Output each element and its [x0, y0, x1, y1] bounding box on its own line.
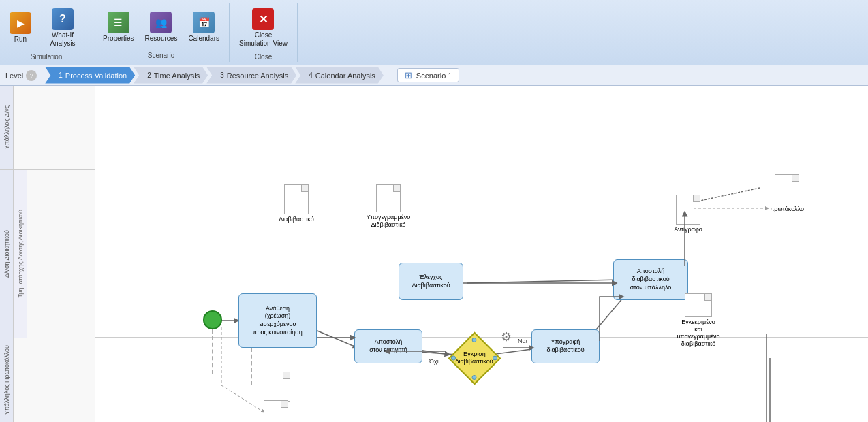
node-enem-eisex[interactable]: ΕνημερωτικόΕισερχόμενο: [249, 400, 303, 422]
level-badge[interactable]: ?: [26, 70, 37, 81]
lane3-inner: [14, 338, 95, 422]
step-1-label: Process Validation: [65, 71, 127, 80]
step-2-label: Time Analysis: [154, 71, 200, 80]
dashed-vert: [212, 329, 213, 374]
node-apostoli-diabib-label: Αποστολήδιαβιβαστικούστον υπάλληλο: [630, 267, 672, 291]
node-apostoli-eisig[interactable]: Αποστολήστον εισηγητή: [354, 329, 422, 363]
node-egkekrimeno-label: Εγκεκριμένο καιυπογεγραμμένοδιαβιβαστικό: [677, 319, 719, 348]
ribbon-group-close: CloseSimulation View Close: [230, 3, 298, 62]
scenario-group-label: Scenario: [148, 49, 174, 59]
node-apostoli-diabib[interactable]: Αποστολήδιαβιβαστικούστον υπάλληλο: [613, 259, 688, 300]
node-ypografh-label: Υπογραφήδιαβιβαστικού: [546, 338, 584, 354]
properties-button[interactable]: Properties: [99, 9, 138, 46]
node-egkekrimeno[interactable]: Εγκεκριμένο καιυπογεγραμμένοδιαβιβαστικό: [678, 293, 719, 348]
swimlane-labels: Υπάλληλος Δ/νς Δ/νση Διοικητικού Τμηματά…: [0, 86, 95, 422]
lane2-outer-text: Δ/νση Διοικητικού: [3, 230, 10, 278]
node-protokollo[interactable]: πρωτόκολλο: [760, 174, 814, 215]
calendars-button[interactable]: Calendars: [184, 9, 223, 46]
level-indicator: Level ?: [5, 70, 37, 81]
simulation-group-label: Simulation: [31, 50, 63, 61]
lane3-outer: Υπάλληλος Πρωτοκόλλου: [0, 338, 14, 422]
properties-label: Properties: [103, 35, 134, 43]
lane2-spacer: [27, 170, 95, 338]
scenario-label: Scenario 1: [416, 71, 452, 80]
whatif-button[interactable]: What-If Analysis: [38, 5, 87, 50]
close-group-label: Close: [255, 50, 273, 61]
node-diabibastiko[interactable]: Διαβιβαστικό: [279, 184, 313, 225]
node-anathesi[interactable]: Ανάθεση(χρέωση)εισερχόμενουπρος κοινοποί…: [238, 293, 317, 348]
node-apostoli-eisig-label: Αποστολήστον εισηγητή: [369, 338, 407, 354]
resources-label: Resources: [145, 35, 178, 43]
diamond-circle-bottom: [472, 375, 477, 380]
step-3-num: 3: [220, 71, 224, 79]
step-2-num: 2: [147, 71, 151, 79]
close-sim-label: CloseSimulation View: [239, 31, 288, 48]
node-ypografh[interactable]: Υπογραφήδιαβιβαστικού: [531, 329, 600, 363]
ribbon: Run What-If Analysis Simulation Properti…: [0, 0, 868, 65]
node-diamond-label: Έγκρισηδιαβιβαστικού: [455, 351, 493, 366]
lane2-inner-text: Τμηματάρχης Δ/νσης Διοικητικού: [17, 210, 24, 298]
level-text: Level: [5, 71, 23, 80]
run-icon: [10, 12, 31, 34]
dashed-vert2: [251, 348, 252, 385]
step-1[interactable]: 1 Process Validation: [45, 67, 135, 84]
step-2[interactable]: 2 Time Analysis: [135, 67, 208, 84]
ribbon-group-scenario: Properties Resources Calendars Scenario: [93, 3, 230, 62]
swimlane-1-area: [95, 86, 868, 167]
close-sim-icon: [252, 8, 274, 30]
lane1-inner: [14, 86, 95, 169]
node-ypogegramm-label: ΥπογεγραμμένοΔιδβιβαστικό: [367, 214, 410, 229]
oxi-label: Όχι: [429, 358, 439, 365]
run-label: Run: [14, 35, 27, 44]
whatif-label: What-If Analysis: [42, 31, 83, 48]
step-4-label: Calendar Analysis: [315, 71, 375, 80]
lane3-outer-text: Υπάλληλος Πρωτοκόλλου: [3, 345, 10, 415]
resources-icon: [150, 12, 172, 33]
breadcrumb-bar: Level ? 1 Process Validation 2 Time Anal…: [0, 65, 868, 86]
step-4-inner: 4 Calendar Analysis: [295, 67, 384, 84]
node-diamond-wrap[interactable]: Έγκρισηδιαβιβαστικού: [447, 331, 501, 385]
canvas-scroll[interactable]: Διαβιβαστικό ΥπογεγραμμένοΔιδβιβαστικό π…: [95, 86, 868, 422]
scenario-icon: ⊞: [405, 70, 412, 80]
lane1-outer: Υπάλληλος Δ/νς: [0, 86, 14, 169]
lane1-header: Υπάλληλος Δ/νς: [0, 86, 95, 170]
diamond-circle-top: [472, 338, 477, 342]
node-anathesi-label: Ανάθεση(χρέωση)εισερχόμενουπρος κοινοποί…: [253, 305, 303, 337]
lane2-outer: Δ/νση Διοικητικού: [0, 170, 14, 338]
canvas-area: Υπάλληλος Δ/νς Δ/νση Διοικητικού Τμηματά…: [0, 86, 868, 422]
node-elegxos-label: ΈλεγχοςΔιαβιβαστικού: [412, 274, 450, 289]
node-diabibastiko-label: Διαβιβαστικό: [279, 216, 313, 223]
run-button[interactable]: Run: [5, 10, 35, 46]
lane2-inner: Τμηματάρχης Δ/νσης Διοικητικού: [14, 170, 27, 338]
close-sim-button[interactable]: CloseSimulation View: [235, 5, 292, 50]
gear-icon: ⚙: [501, 329, 512, 344]
step-3[interactable]: 3 Resource Analysis: [208, 67, 296, 84]
lane3-header: Υπάλληλος Πρωτοκόλλου: [0, 338, 95, 422]
step-3-inner: 3 Resource Analysis: [206, 67, 296, 84]
calendars-icon: [193, 12, 215, 33]
ribbon-group-simulation: Run What-If Analysis Simulation: [0, 3, 93, 62]
canvas-inner: Διαβιβαστικό ΥπογεγραμμένοΔιδβιβαστικό π…: [95, 86, 868, 422]
step-1-num: 1: [59, 71, 63, 79]
node-antigrafo-label: Αντίγραφο: [674, 226, 702, 233]
step-1-inner: 1 Process Validation: [45, 67, 135, 84]
properties-icon: [108, 12, 129, 33]
node-start[interactable]: [203, 310, 222, 329]
lane1-outer-text: Υπάλληλος Δ/νς: [3, 106, 10, 149]
node-protokollo-label: πρωτόκολλο: [770, 206, 804, 212]
node-elegxos[interactable]: ΈλεγχοςΔιαβιβαστικού: [399, 263, 463, 300]
step-3-label: Resource Analysis: [227, 71, 289, 80]
nai-label: Ναι: [518, 338, 527, 344]
whatif-icon: [52, 8, 74, 30]
node-antigrafo[interactable]: Αντίγραφο: [668, 195, 709, 236]
calendars-label: Calendars: [188, 35, 219, 43]
step-4[interactable]: 4 Calendar Analysis: [296, 67, 384, 84]
step-4-num: 4: [309, 71, 313, 79]
lane2-header: Δ/νση Διοικητικού Τμηματάρχης Δ/νσης Διο…: [0, 170, 95, 338]
resources-button[interactable]: Resources: [141, 9, 182, 46]
diamond-circle-right: [493, 356, 497, 361]
node-ypogegramm[interactable]: ΥπογεγραμμένοΔιδβιβαστικό: [368, 184, 409, 229]
step-2-inner: 2 Time Analysis: [134, 67, 208, 84]
scenario-badge: ⊞ Scenario 1: [397, 68, 460, 82]
